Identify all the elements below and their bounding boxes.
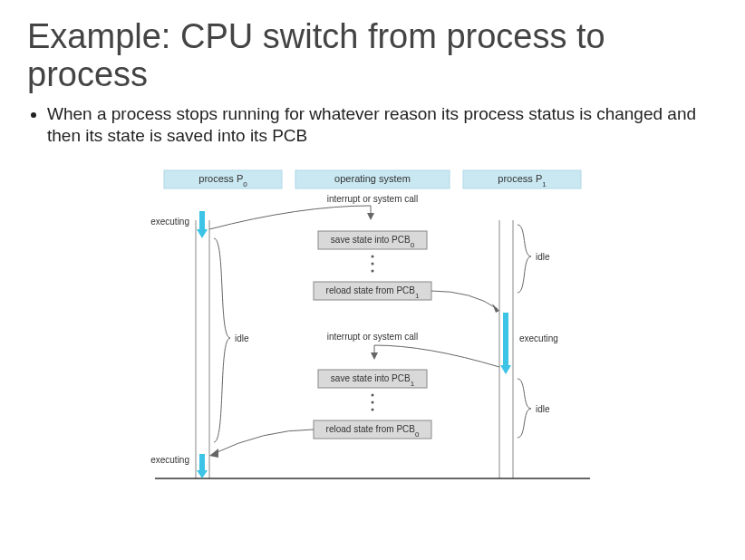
arrow-p1-exec-head bbox=[500, 365, 511, 374]
context-switch-diagram: process P0 operating system process P1 i… bbox=[137, 166, 608, 492]
brace-p1-idle-top bbox=[518, 225, 531, 293]
label-exec-p0-bottom: executing bbox=[150, 455, 189, 465]
dot bbox=[372, 262, 374, 265]
curve-os-to-p1 bbox=[431, 291, 498, 309]
label-exec-p0-top: executing bbox=[150, 217, 189, 227]
dot bbox=[372, 401, 374, 403]
bullet-item: When a process stops running for whateve… bbox=[47, 103, 718, 148]
curve-p1-to-os-head bbox=[371, 352, 378, 360]
diagram-container: process P0 operating system process P1 i… bbox=[27, 166, 718, 492]
label-interrupt-2: interrupt or system call bbox=[327, 332, 419, 342]
label-interrupt-1: interrupt or system call bbox=[327, 194, 419, 204]
curve-p0-to-os-head bbox=[367, 213, 374, 220]
arrow-p0-exec-bottom-head bbox=[197, 470, 208, 478]
label-exec-p1: executing bbox=[519, 333, 558, 343]
label-idle-p1-bottom: idle bbox=[536, 404, 550, 414]
dot bbox=[372, 408, 374, 410]
header-os-text: operating system bbox=[334, 173, 411, 184]
curve-os-to-p1-head bbox=[492, 304, 499, 313]
curve-p1-to-os bbox=[374, 345, 499, 367]
dot bbox=[372, 255, 374, 257]
arrow-p0-exec-top-head bbox=[197, 229, 208, 238]
bullet-list: When a process stops running for whateve… bbox=[27, 103, 718, 148]
curve-os-to-p0-head bbox=[209, 449, 218, 458]
brace-p0-idle bbox=[214, 238, 230, 442]
curve-os-to-p0 bbox=[213, 430, 314, 454]
page-title: Example: CPU switch from process to proc… bbox=[27, 18, 718, 94]
dot bbox=[372, 269, 374, 272]
curve-p0-to-os bbox=[209, 206, 371, 229]
label-idle-p1-top: idle bbox=[536, 252, 550, 262]
label-idle-p0: idle bbox=[235, 333, 249, 343]
dot bbox=[372, 393, 374, 396]
brace-p1-idle-bottom bbox=[518, 379, 531, 438]
